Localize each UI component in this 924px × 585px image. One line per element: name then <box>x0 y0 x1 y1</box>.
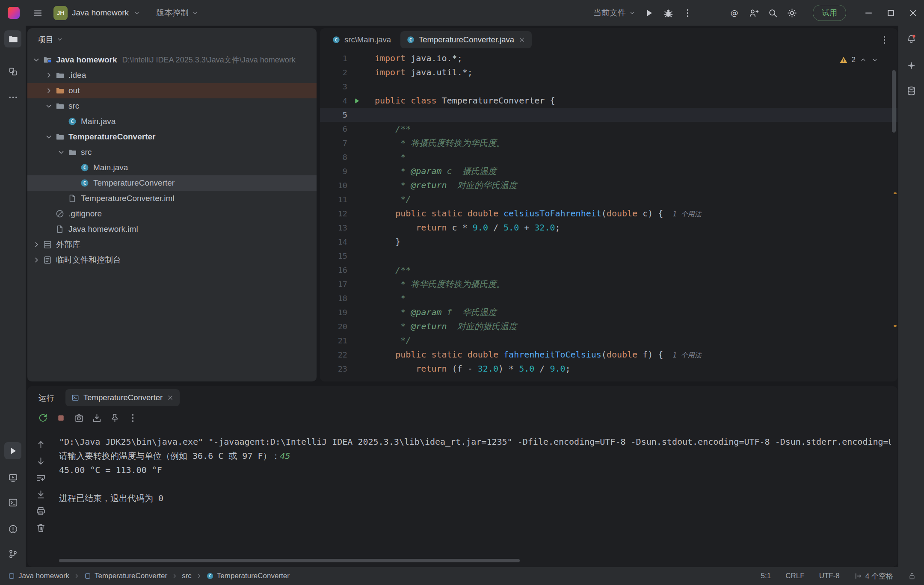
clear-all-icon[interactable] <box>36 523 46 533</box>
tree-item-out-folder[interactable]: out <box>27 83 317 98</box>
code-line-6[interactable]: 6 /** <box>320 122 897 136</box>
services-tool-icon[interactable] <box>4 469 21 486</box>
chevron-down-icon[interactable] <box>44 132 53 142</box>
line-separator[interactable]: CRLF <box>785 572 804 580</box>
settings-icon[interactable] <box>787 8 797 18</box>
editor-scrollbar[interactable] <box>892 70 896 133</box>
run-button[interactable] <box>644 8 654 18</box>
pin-tab-icon[interactable] <box>110 413 120 423</box>
trial-badge[interactable]: 试用 <box>813 5 846 21</box>
code-line-1[interactable]: 1import java.io.*; <box>320 51 897 65</box>
scroll-to-end-icon[interactable] <box>36 489 46 500</box>
code-line-14[interactable]: 14 } <box>320 235 897 249</box>
tree-item-java-homework[interactable]: Java homeworkD:\IntelliJ IDEA 2025.3.3\J… <box>27 52 317 68</box>
run-config-widget[interactable]: 当前文件 <box>593 7 636 18</box>
run-tab-temperatureconverter[interactable]: TemperatureConverter <box>65 389 180 406</box>
maximize-button[interactable] <box>880 0 902 26</box>
tree-item-main-java[interactable]: CMain.java <box>27 114 317 129</box>
console-scrollbar[interactable] <box>59 559 520 562</box>
chevron-down-icon[interactable] <box>56 148 66 157</box>
code-line-15[interactable]: 15 <box>320 249 897 263</box>
code-line-22[interactable]: 22 public static double fahrenheitToCels… <box>320 348 897 362</box>
tree-item-tc-class[interactable]: CTemperatureConverter <box>27 175 317 191</box>
breadcrumb-item[interactable]: Java homework <box>8 572 69 580</box>
tree-item-idea-folder[interactable]: .idea <box>27 68 317 83</box>
console-output[interactable]: "D:\Java JDK25\bin\java.exe" "-javaagent… <box>59 435 891 508</box>
caret-position[interactable]: 5:1 <box>761 572 771 580</box>
code-line-18[interactable]: 18 * <box>320 291 897 305</box>
code-line-12[interactable]: 12 public static double celsiusToFahrenh… <box>320 207 897 221</box>
version-control-tool-icon[interactable] <box>4 545 21 562</box>
code-line-9[interactable]: 9 * @param c 摄氏温度 <box>320 164 897 178</box>
code-line-16[interactable]: 16 /** <box>320 263 897 277</box>
tree-item-tc-src-folder[interactable]: src <box>27 145 317 160</box>
code-line-13[interactable]: 13 return c * 9.0 / 5.0 + 32.0; <box>320 221 897 235</box>
close-tab-icon[interactable] <box>166 394 174 402</box>
code-line-2[interactable]: 2import java.util.*; <box>320 65 897 80</box>
close-button[interactable] <box>902 0 924 26</box>
editor-options-icon[interactable] <box>879 35 890 45</box>
chevron-right-icon[interactable] <box>32 255 41 265</box>
save-output-icon[interactable] <box>92 413 102 423</box>
main-menu-icon[interactable] <box>33 8 43 18</box>
notifications-icon[interactable] <box>903 30 920 47</box>
prev-warning-icon[interactable] <box>859 56 867 64</box>
tree-item-gitign[interactable]: .gitignore <box>27 206 317 222</box>
chevron-right-icon[interactable] <box>32 240 41 249</box>
code-line-4[interactable]: 4public class TemperatureConverter { <box>320 94 897 108</box>
tab-src-main-java[interactable]: C src\Main.java <box>326 31 397 48</box>
tree-item-tc-main-java[interactable]: CMain.java <box>27 160 317 175</box>
minimize-button[interactable] <box>857 0 880 26</box>
print-icon[interactable] <box>36 506 46 517</box>
code-line-20[interactable]: 20 * @return 对应的摄氏温度 <box>320 319 897 334</box>
structure-tool-icon[interactable] <box>4 63 21 80</box>
usages-inlay-hint[interactable]: 1 个用法 <box>672 351 701 359</box>
write-access-icon[interactable] <box>908 572 916 580</box>
search-everywhere-icon[interactable] <box>767 8 778 18</box>
vcs-widget[interactable]: 版本控制 <box>156 7 199 18</box>
tree-item-src-folder[interactable]: src <box>27 98 317 114</box>
code-line-19[interactable]: 19 * @param f 华氏温度 <box>320 305 897 319</box>
chevron-down-icon[interactable] <box>32 55 41 65</box>
tree-item-java-homework-iml[interactable]: Java homework.iml <box>27 222 317 237</box>
tree-item-external-libraries[interactable]: 外部库 <box>27 237 317 252</box>
breadcrumb-item[interactable]: src <box>182 572 192 580</box>
project-tool-icon[interactable] <box>4 30 21 47</box>
code-line-5[interactable]: 5 <box>320 108 897 122</box>
problems-tool-icon[interactable] <box>4 520 21 538</box>
next-occurrence-icon[interactable] <box>36 456 46 467</box>
code-line-11[interactable]: 11 */ <box>320 192 897 207</box>
thread-dump-icon[interactable] <box>74 413 84 423</box>
breadcrumb-item[interactable]: TemperatureConverter <box>84 572 167 580</box>
chevron-right-icon[interactable] <box>44 86 53 95</box>
more-actions-icon[interactable] <box>682 8 693 18</box>
code-editor[interactable]: 1import java.io.*;2import java.util.*;34… <box>320 51 897 381</box>
ai-assistant-icon[interactable] <box>903 57 920 74</box>
code-line-7[interactable]: 7 * 将摄氏度转换为华氏度。 <box>320 136 897 150</box>
more-options-icon[interactable] <box>127 413 138 423</box>
tree-item-scratches[interactable]: 临时文件和控制台 <box>27 252 317 268</box>
soft-wrap-icon[interactable] <box>36 473 46 483</box>
rerun-icon[interactable] <box>38 413 48 423</box>
run-tool-icon[interactable] <box>4 442 21 459</box>
code-line-17[interactable]: 17 * 将华氏度转换为摄氏度。 <box>320 277 897 291</box>
tab-temperatureconverter-java[interactable]: C TemperatureConverter.java <box>400 31 532 48</box>
next-warning-icon[interactable] <box>871 56 879 64</box>
terminal-tool-icon[interactable] <box>4 494 21 511</box>
chevron-right-icon[interactable] <box>44 71 53 80</box>
tree-item-tc-iml[interactable]: TemperatureConverter.iml <box>27 191 317 206</box>
database-icon[interactable] <box>903 82 920 99</box>
chevron-down-icon[interactable] <box>44 101 53 111</box>
more-tools-icon[interactable] <box>4 89 21 106</box>
code-with-me-icon[interactable] <box>748 8 759 18</box>
code-line-3[interactable]: 3 <box>320 80 897 94</box>
close-tab-icon[interactable] <box>518 36 526 44</box>
inspections-widget[interactable]: 2 <box>839 56 879 64</box>
run-line-icon[interactable] <box>352 97 361 105</box>
usages-inlay-hint[interactable]: 1 个用法 <box>672 210 701 218</box>
indent-setting[interactable]: 4 个空格 <box>854 571 893 581</box>
code-line-23[interactable]: 23 return (f - 32.0) * 5.0 / 9.0; <box>320 362 897 376</box>
debug-button[interactable] <box>663 8 674 18</box>
tree-item-temperatureconverter-module[interactable]: TemperatureConverter <box>27 129 317 145</box>
project-widget[interactable]: JH Java homework <box>53 6 141 20</box>
